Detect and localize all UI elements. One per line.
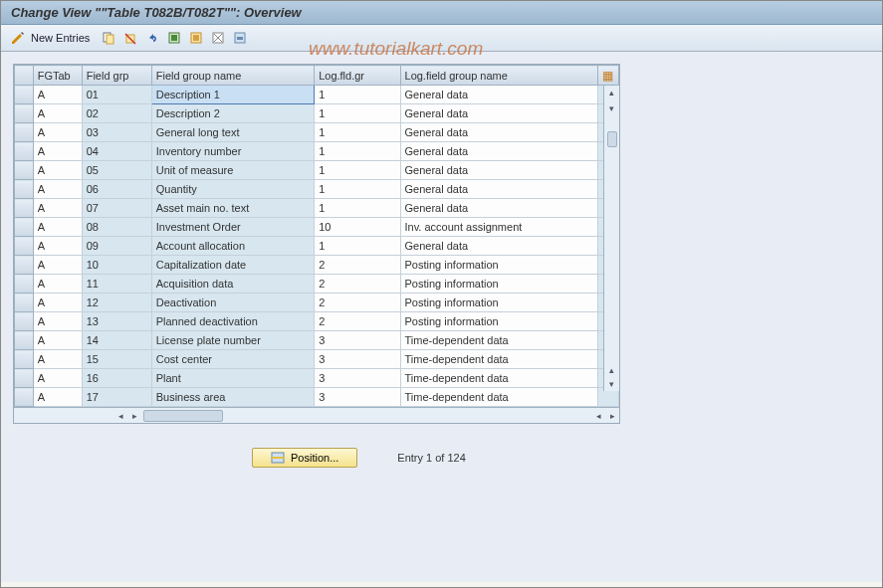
cell-fgtab[interactable]: A [33,331,82,350]
cell-log-field-group-name[interactable]: Posting information [400,256,597,275]
new-entries-button[interactable]: New Entries [31,32,90,44]
cell-field-group-name[interactable]: Quantity [151,180,314,199]
cell-fgtab[interactable]: A [33,161,82,180]
cell-field-group-name[interactable]: General long text [151,123,314,142]
cell-field-group-name[interactable]: Inventory number [151,142,314,161]
table-config-button[interactable]: ▦ [597,66,618,86]
cell-field-grp[interactable]: 12 [82,294,151,312]
cell-log-field-group-name[interactable]: Time-dependent data [400,388,597,407]
cell-log-fld-gr[interactable]: 2 [315,256,400,275]
cell-field-grp[interactable]: 02 [82,104,151,123]
cell-field-group-name[interactable]: Investment Order [151,218,314,237]
cell-field-grp[interactable]: 06 [82,180,151,199]
cell-field-group-name[interactable]: Account allocation [151,237,314,256]
row-selector[interactable] [15,142,34,161]
row-selector[interactable] [15,275,34,294]
cell-fgtab[interactable]: A [33,199,82,218]
cell-log-fld-gr[interactable]: 1 [315,86,400,104]
scroll-up2-button[interactable]: ▴ [605,363,619,377]
row-selector[interactable] [15,218,34,237]
cell-log-field-group-name[interactable]: General data [400,180,597,199]
cell-fgtab[interactable]: A [33,275,82,294]
cell-fgtab[interactable]: A [33,180,82,199]
cell-fgtab[interactable]: A [33,388,82,407]
cell-log-field-group-name[interactable]: General data [400,237,597,256]
cell-field-group-name[interactable]: License plate number [151,331,314,350]
row-selector[interactable] [15,369,34,388]
cell-field-grp[interactable]: 08 [82,218,151,237]
cell-field-grp[interactable]: 17 [82,388,151,407]
cell-field-group-name[interactable]: Description 1 [151,86,314,104]
table-row[interactable]: A10Capitalization date2Posting informati… [15,256,619,275]
row-selector[interactable] [15,294,34,312]
table-row[interactable]: A13Planned deactivation2Posting informat… [15,312,619,331]
cell-field-group-name[interactable]: Planned deactivation [151,312,314,331]
cell-fgtab[interactable]: A [33,312,82,331]
table-row[interactable]: A04Inventory number1General data [15,142,619,161]
row-selector[interactable] [15,123,34,142]
cell-log-fld-gr[interactable]: 3 [315,331,400,350]
cell-field-grp[interactable]: 09 [82,237,151,256]
copy-icon[interactable] [100,29,117,47]
scroll-down2-button[interactable]: ▾ [605,377,619,391]
cell-log-fld-gr[interactable]: 3 [315,388,400,407]
cell-fgtab[interactable]: A [33,294,82,312]
cell-fgtab[interactable]: A [33,350,82,369]
cell-log-field-group-name[interactable]: Posting information [400,275,597,294]
col-fieldgrp-header[interactable]: Field grp [82,66,151,86]
cell-log-fld-gr[interactable]: 2 [315,294,400,312]
row-selector[interactable] [15,161,34,180]
hscroll-track[interactable] [143,409,589,423]
table-row[interactable]: A17Business area3Time-dependent data [15,388,619,407]
cell-log-field-group-name[interactable]: Time-dependent data [400,350,597,369]
row-selector[interactable] [15,180,34,199]
table-row[interactable]: A08Investment Order10Inv. account assign… [15,218,619,237]
select-all-header[interactable] [15,66,34,86]
cell-log-fld-gr[interactable]: 1 [315,161,400,180]
cell-field-group-name[interactable]: Acquisition data [151,275,314,294]
horizontal-scrollbar[interactable]: ◂ ▸ ◂ ▸ [14,407,619,423]
cell-fgtab[interactable]: A [33,369,82,388]
cell-field-group-name[interactable]: Plant [151,369,314,388]
row-selector[interactable] [15,331,34,350]
cell-log-field-group-name[interactable]: General data [400,86,597,104]
col-logname-header[interactable]: Log.field group name [400,66,597,86]
cell-field-grp[interactable]: 05 [82,161,151,180]
cell-log-field-group-name[interactable]: General data [400,199,597,218]
cell-log-fld-gr[interactable]: 10 [315,218,400,237]
select-all-icon[interactable] [165,29,183,47]
cell-log-field-group-name[interactable]: General data [400,142,597,161]
table-row[interactable]: A03General long text1General data [15,123,619,142]
cell-field-group-name[interactable]: Business area [151,388,314,407]
col-fgtab-header[interactable]: FGTab [33,66,82,86]
cell-field-grp[interactable]: 16 [82,369,151,388]
table-row[interactable]: A01Description 11General data [15,86,619,104]
cell-log-fld-gr[interactable]: 1 [315,237,400,256]
col-logfldgr-header[interactable]: Log.fld.gr [315,66,400,86]
cell-field-grp[interactable]: 04 [82,142,151,161]
col-fgname-header[interactable]: Field group name [151,66,314,86]
row-selector[interactable] [15,350,34,369]
cell-field-grp[interactable]: 11 [82,275,151,294]
cell-log-field-group-name[interactable]: General data [400,104,597,123]
cell-log-fld-gr[interactable]: 2 [315,275,400,294]
cell-log-field-group-name[interactable]: General data [400,161,597,180]
cell-field-group-name[interactable]: Unit of measure [151,161,314,180]
row-selector[interactable] [15,86,34,104]
row-selector[interactable] [15,312,34,331]
hscroll-thumb[interactable] [143,410,223,422]
cell-field-group-name[interactable]: Deactivation [151,294,314,312]
deselect-all-icon[interactable] [209,29,227,47]
row-selector[interactable] [15,256,34,275]
table-row[interactable]: A15Cost center3Time-dependent data [15,350,619,369]
cell-field-grp[interactable]: 15 [82,350,151,369]
table-row[interactable]: A06Quantity1General data [15,180,619,199]
table-row[interactable]: A09Account allocation1General data [15,237,619,256]
table-row[interactable]: A02Description 21General data [15,104,619,123]
cell-field-grp[interactable]: 01 [82,86,151,104]
cell-log-fld-gr[interactable]: 1 [315,199,400,218]
table-row[interactable]: A12Deactivation2Posting information [15,294,619,312]
hscroll-right2-button[interactable]: ▸ [605,409,619,423]
cell-fgtab[interactable]: A [33,142,82,161]
cell-log-field-group-name[interactable]: General data [400,123,597,142]
